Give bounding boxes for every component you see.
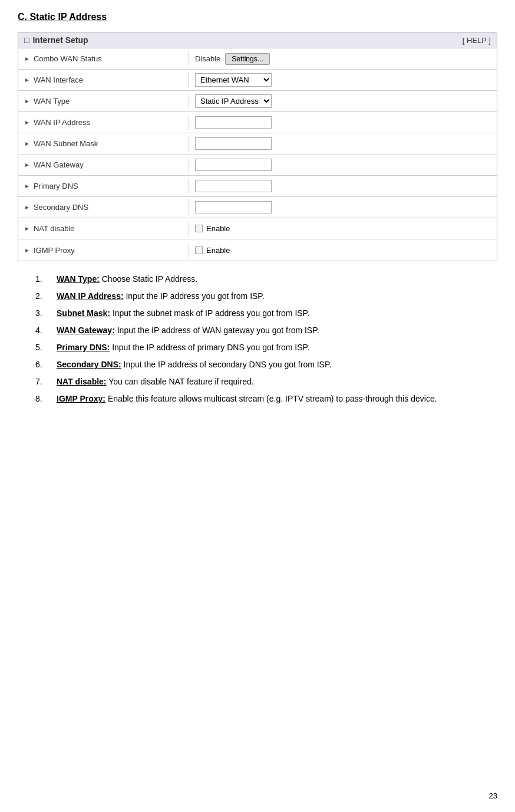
row-value-secondary-dns [189, 198, 497, 216]
row-label-secondary-dns: ► Secondary DNS [18, 199, 189, 215]
row-value-combo-wan: Disable Settings... [189, 50, 497, 68]
instruction-desc: Choose Static IP Address. [102, 274, 197, 284]
list-item: IGMP Proxy: Enable this feature allows m… [35, 393, 497, 405]
row-value-igmp-proxy: Enable [189, 243, 497, 258]
table-row: ► WAN IP Address [18, 112, 497, 133]
table-row: ► WAN Subnet Mask [18, 133, 497, 154]
subnet-mask-input[interactable] [195, 137, 272, 150]
label-text: Primary DNS [34, 182, 78, 190]
nat-enable-text: Enable [206, 224, 230, 233]
checkbox-icon: □ [24, 35, 29, 45]
wan-gateway-input[interactable] [195, 159, 272, 171]
instruction-term: NAT disable: [57, 377, 107, 386]
arrow-icon: ► [24, 98, 30, 104]
igmp-checkbox[interactable] [195, 246, 203, 254]
arrow-icon: ► [24, 119, 30, 126]
row-value-primary-dns [189, 177, 497, 195]
list-item: WAN Gateway: Input the IP address of WAN… [35, 324, 497, 337]
primary-dns-input[interactable] [195, 180, 272, 192]
label-text: WAN Gateway [34, 160, 84, 169]
table-header-title: Internet Setup [32, 35, 88, 45]
table-row: ► WAN Gateway [18, 154, 497, 176]
row-label-combo-wan: ► Combo WAN Status [18, 51, 189, 67]
arrow-icon: ► [24, 204, 30, 211]
row-label-subnet-mask: ► WAN Subnet Mask [18, 136, 189, 152]
label-text: WAN Type [34, 97, 70, 106]
instruction-desc: Input the IP address of WAN gateway you … [117, 326, 319, 335]
instruction-term: WAN IP Address: [57, 291, 124, 301]
list-item: Secondary DNS: Input the IP address of s… [35, 359, 497, 371]
row-label-wan-gateway: ► WAN Gateway [18, 157, 189, 173]
nat-enable-label[interactable]: Enable [195, 224, 230, 233]
label-text: Secondary DNS [34, 203, 88, 212]
row-label-nat-disable: ► NAT disable [18, 221, 189, 236]
wan-interface-select[interactable]: Ethernet WAN 3G/4G WAN [195, 73, 272, 87]
arrow-icon: ► [24, 140, 30, 147]
instruction-term: Primary DNS: [57, 343, 110, 352]
table-row: ► WAN Interface Ethernet WAN 3G/4G WAN [18, 70, 497, 91]
instruction-term: IGMP Proxy: [57, 394, 105, 403]
settings-button[interactable]: Settings... [225, 53, 269, 65]
page-title: C. Static IP Address [18, 12, 497, 22]
instruction-desc: You can disable NAT feature if required. [108, 377, 253, 386]
row-value-wan-ip [189, 113, 497, 132]
table-title: □ Internet Setup [24, 35, 88, 45]
list-item: Primary DNS: Input the IP address of pri… [35, 341, 497, 354]
label-text: IGMP Proxy [34, 246, 75, 255]
wan-type-select[interactable]: Static IP Address DHCP PPPoE [195, 94, 272, 108]
arrow-icon: ► [24, 77, 30, 83]
instruction-desc: Input the subnet mask of IP address you … [113, 308, 309, 318]
arrow-icon: ► [24, 247, 30, 254]
label-text: WAN Interface [34, 75, 83, 84]
instruction-term: Subnet Mask: [57, 308, 110, 318]
table-row: ► WAN Type Static IP Address DHCP PPPoE [18, 91, 497, 112]
row-value-nat-disable: Enable [189, 221, 497, 236]
internet-setup-table: □ Internet Setup [ HELP ] ► Combo WAN St… [18, 32, 497, 261]
row-value-subnet-mask [189, 134, 497, 153]
igmp-enable-label[interactable]: Enable [195, 246, 230, 255]
row-value-wan-gateway [189, 156, 497, 174]
instruction-term: WAN Type: [57, 274, 100, 284]
row-label-wan-ip: ► WAN IP Address [18, 114, 189, 130]
arrow-icon: ► [24, 183, 30, 189]
table-row: ► Combo WAN Status Disable Settings... [18, 48, 497, 70]
row-value-wan-type: Static IP Address DHCP PPPoE [189, 91, 497, 111]
table-row: ► Primary DNS [18, 176, 497, 197]
label-text: Combo WAN Status [34, 54, 102, 63]
instructions-section: WAN Type: Choose Static IP Address. WAN … [18, 273, 497, 405]
list-item: WAN IP Address: Input the IP address you… [35, 290, 497, 303]
nat-checkbox[interactable] [195, 225, 203, 232]
igmp-enable-text: Enable [206, 246, 230, 255]
instruction-term: WAN Gateway: [57, 326, 115, 335]
instruction-desc: Input the IP address you got from ISP. [126, 291, 264, 301]
instruction-desc: Input the IP address of secondary DNS yo… [124, 360, 332, 369]
instructions-list: WAN Type: Choose Static IP Address. WAN … [24, 273, 497, 405]
instruction-desc: Enable this feature allows multicast str… [108, 394, 437, 403]
row-label-wan-type: ► WAN Type [18, 93, 189, 109]
page-number: 23 [489, 791, 497, 800]
label-text: NAT disable [34, 224, 75, 233]
row-value-wan-interface: Ethernet WAN 3G/4G WAN [189, 70, 497, 90]
row-label-primary-dns: ► Primary DNS [18, 178, 189, 194]
arrow-icon: ► [24, 162, 30, 168]
row-label-wan-interface: ► WAN Interface [18, 72, 189, 88]
row-label-igmp-proxy: ► IGMP Proxy [18, 242, 189, 258]
table-row: ► IGMP Proxy Enable [18, 239, 497, 261]
list-item: NAT disable: You can disable NAT feature… [35, 376, 497, 388]
wan-ip-input[interactable] [195, 116, 272, 129]
table-row: ► NAT disable Enable [18, 218, 497, 239]
arrow-icon: ► [24, 55, 30, 62]
secondary-dns-input[interactable] [195, 201, 272, 213]
label-text: WAN IP Address [34, 118, 90, 127]
list-item: Subnet Mask: Input the subnet mask of IP… [35, 307, 497, 320]
instruction-term: Secondary DNS: [57, 360, 121, 369]
combo-wan-status: Disable [195, 54, 220, 63]
table-row: ► Secondary DNS [18, 197, 497, 218]
list-item: WAN Type: Choose Static IP Address. [35, 273, 497, 285]
help-link[interactable]: [ HELP ] [463, 36, 491, 45]
label-text: WAN Subnet Mask [34, 139, 98, 148]
arrow-icon: ► [24, 225, 30, 232]
table-header: □ Internet Setup [ HELP ] [18, 32, 497, 48]
instruction-desc: Input the IP address of primary DNS you … [112, 343, 309, 352]
